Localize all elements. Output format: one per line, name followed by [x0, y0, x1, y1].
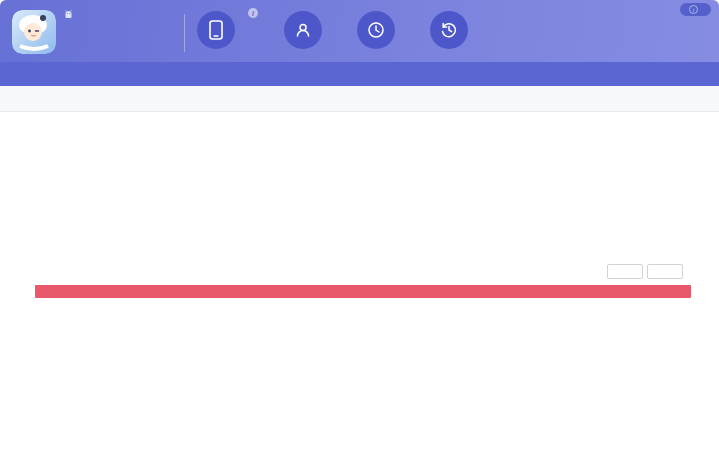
- fps-threshold-filter: [603, 264, 693, 279]
- note-bar[interactable]: [0, 62, 719, 86]
- android-icon: [64, 10, 73, 23]
- session-header: i: [0, 0, 719, 62]
- upload-time-block: [430, 8, 477, 49]
- device-info-block: i: [197, 8, 258, 49]
- fps-chart-header: [0, 258, 719, 284]
- history-clock-icon: [430, 11, 468, 49]
- app-info-block: [12, 8, 180, 54]
- app-icon: [12, 10, 56, 54]
- version-badge: i: [680, 3, 711, 16]
- perfdog-report-page: i: [0, 0, 719, 450]
- fps-chart[interactable]: [0, 300, 719, 450]
- clock-icon: [357, 11, 395, 49]
- fps-threshold-input-1[interactable]: [607, 264, 643, 279]
- fps-summary-metrics: [0, 112, 719, 258]
- creator-block: [284, 8, 331, 49]
- fps-threshold-input-2[interactable]: [647, 264, 683, 279]
- metric-tabs: [0, 86, 719, 112]
- duration-block: [357, 8, 404, 49]
- user-icon: [284, 11, 322, 49]
- info-icon: i: [689, 5, 698, 14]
- device-info-icon[interactable]: i: [248, 8, 258, 18]
- phone-icon: [197, 11, 235, 49]
- chart-region-label-bar[interactable]: [35, 285, 691, 298]
- header-divider: [184, 14, 185, 52]
